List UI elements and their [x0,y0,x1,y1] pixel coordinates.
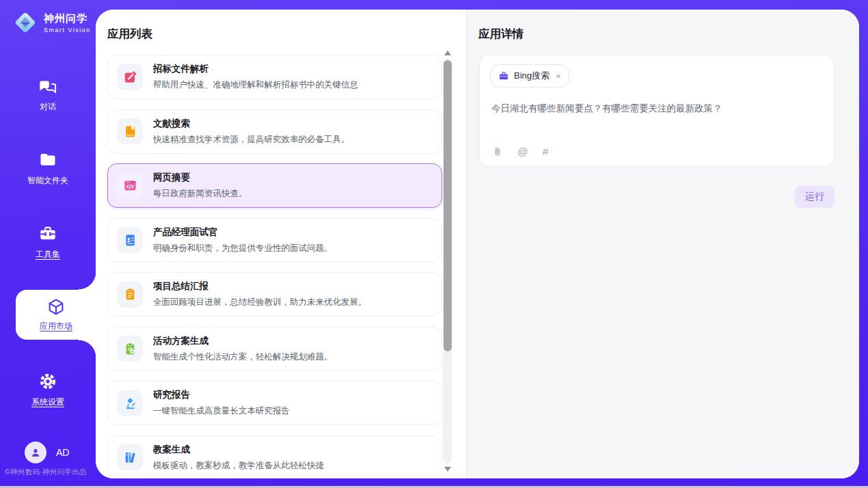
toolbox-icon [38,224,57,243]
app-icon-tile [117,282,143,308]
sidebar-item-label: 应用市场 [40,321,72,332]
scrollbar-thumb[interactable] [444,60,452,351]
hash-icon[interactable]: # [543,146,549,157]
app-icon-tile [117,444,143,470]
gear-icon [38,372,57,391]
edit-square-icon [123,70,137,84]
microscope-icon [123,396,137,410]
clipboard-check-icon [123,342,137,356]
scrollbar-down-arrow[interactable] [444,467,451,472]
sidebar-item-label: 对话 [40,101,56,113]
brand-subtitle: Smart Vision [44,27,91,33]
user-label: AD [56,447,69,458]
prompt-composer[interactable]: Bing搜索 × 今日湖北有哪些新闻要点？有哪些需要关注的最新政策？ @ # [479,55,835,167]
avatar [25,442,46,463]
book-icon [123,124,137,139]
user-account[interactable]: AD [25,442,69,463]
app-icon-tile [117,118,143,144]
sidebar-item-label: 智能文件夹 [27,175,68,187]
app-card-pm-interviewer[interactable]: 产品经理面试官 明确身份和职责，为您提供专业性的面试问题。 [107,218,442,262]
sidebar: 神州问学 Smart Vision 对话 智能文件夹 工具集 应用市场 [0,0,96,486]
diamond-logo-icon [12,10,38,36]
app-card-name: 产品经理面试官 [153,226,333,239]
app-list: 招标文件解析 帮助用户快速、准确地理解和解析招标书中的关键信息 文献搜索 快速精… [107,55,442,478]
bubble-curve-top [79,272,96,290]
chip-close-icon[interactable]: × [556,71,561,81]
tool-chip-label: Bing搜索 [514,70,550,82]
app-card-name: 招标文件解析 [153,63,358,75]
composer-toolbar: @ # [491,146,548,157]
app-card-desc: 一键智能生成高质量长文本研究报告 [153,405,290,417]
app-icon-tile [117,336,143,362]
person-icon [29,446,42,459]
sidebar-item-app-market[interactable]: 应用市场 [16,290,96,340]
brand-logo: 神州问学 Smart Vision [12,10,91,36]
app-card-desc: 每日政府新闻资讯快查。 [153,188,247,200]
app-card-name: 活动方案生成 [153,335,333,347]
clipboard-icon [123,287,137,301]
app-card-research-report[interactable]: 研究报告 一键智能生成高质量长文本研究报告 [107,381,442,425]
mention-icon[interactable]: @ [517,146,528,157]
app-card-desc: 明确身份和职责，为您提供专业性的面试问题。 [153,243,333,254]
query-input[interactable]: 今日湖北有哪些新闻要点？有哪些需要关注的最新政策？ [491,102,820,116]
books-icon [123,450,137,465]
sidebar-item-label: 工具集 [36,249,60,260]
app-card-desc: 帮助用户快速、准确地理解和解析招标书中的关键信息 [153,79,358,91]
app-card-web-summary[interactable]: 网页摘要 每日政府新闻资讯快查。 [107,163,442,208]
app-card-name: 教案生成 [153,444,324,456]
app-card-desc: 快速精准查找学术资源，提高研究效率的必备工具。 [153,134,350,146]
app-card-name: 文献搜索 [153,118,350,130]
app-card-lesson-plan[interactable]: 教案生成 模板驱动，教案秒成，教学准备从此轻松快捷 [107,435,442,479]
app-icon-tile [117,64,143,90]
app-card-name: 项目总结汇报 [153,280,367,293]
app-list-panel: 应用列表 招标文件解析 帮助用户快速、准确地理解和解析招标书中的关键信息 [96,10,467,478]
brand-name: 神州问学 [44,12,91,25]
run-button[interactable]: 运行 [795,186,835,208]
scrollbar-up-arrow[interactable] [444,51,451,55]
tool-chip-bing-search[interactable]: Bing搜索 × [490,64,569,87]
folder-icon [38,150,57,170]
sidebar-item-smart-folder[interactable]: 智能文件夹 [0,150,96,187]
app-detail-panel: 应用详情 Bing搜索 × 今日湖北有哪些新闻要点？有哪些需要关注的最新政策？ … [467,10,859,478]
chat-icon [38,77,57,96]
sidebar-item-settings[interactable]: 系统设置 [0,372,96,408]
app-icon-tile [117,390,143,416]
cube-icon [46,297,66,316]
paperclip-icon[interactable] [491,146,503,157]
main-window: 应用列表 招标文件解析 帮助用户快速、准确地理解和解析招标书中的关键信息 [96,10,859,478]
app-icon-tile [117,227,143,253]
app-detail-title: 应用详情 [478,27,524,42]
bubble-curve-bottom [79,340,96,357]
app-card-name: 网页摘要 [153,172,247,184]
app-card-event-plan[interactable]: 活动方案生成 智能生成个性化活动方案，轻松解决规划难题。 [107,327,442,371]
app-card-literature-search[interactable]: 文献搜索 快速精准查找学术资源，提高研究效率的必备工具。 [107,109,442,154]
app-card-project-summary[interactable]: 项目总结汇报 全面回顾项目进展，总结经验教训，助力未来优化发展。 [107,272,442,316]
app-card-bid-parse[interactable]: 招标文件解析 帮助用户快速、准确地理解和解析招标书中的关键信息 [107,55,442,99]
app-card-desc: 智能生成个性化活动方案，轻松解决规划难题。 [153,351,333,363]
app-icon-tile [117,173,143,199]
sidebar-item-chat[interactable]: 对话 [0,77,96,113]
sidebar-item-toolset[interactable]: 工具集 [0,224,96,260]
copyright-footer: ©神州数码·神州问学出品 [5,467,96,477]
browser-code-icon [123,178,137,193]
sidebar-item-label: 系统设置 [31,396,64,408]
resume-icon [123,233,137,247]
app-card-desc: 全面回顾项目进展，总结经验教训，助力未来优化发展。 [153,297,367,308]
app-list-title: 应用列表 [107,27,152,42]
briefcase-icon [498,70,509,81]
app-card-desc: 模板驱动，教案秒成，教学准备从此轻松快捷 [153,460,324,472]
app-list-scrollbar[interactable] [443,49,452,473]
app-card-name: 研究报告 [153,389,290,401]
